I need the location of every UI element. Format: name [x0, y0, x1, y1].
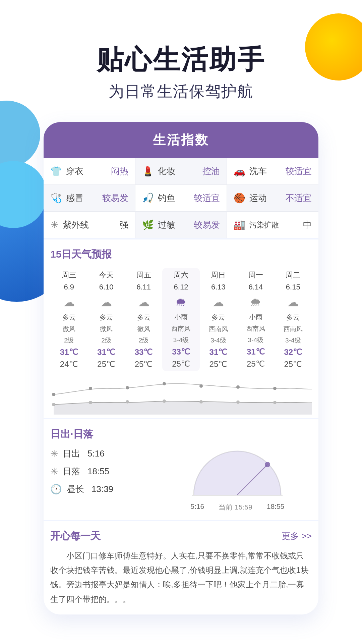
svg-point-2 [126, 386, 129, 389]
sunrise-times: 5:16 当前 15:59 18:55 [190, 502, 284, 512]
phone-card-wrapper: 生活指数 👕 穿衣 闷热 💄 化妆 控油 🚗 洗车 较适宜 🩺 [0, 122, 362, 614]
weather-col-5: 周一 6.14 🌧 小雨 西南风 3-4级 31℃ 25℃ [237, 268, 274, 371]
wwind-5: 西南风 [246, 324, 265, 333]
wlevel-5: 3-4级 [248, 336, 263, 344]
life-index-cell-sport: 🏀 运动 不适宜 [227, 185, 318, 211]
whigh-4: 31℃ [209, 347, 228, 357]
temp-chart [50, 374, 312, 415]
wdate-2: 6.11 [136, 283, 151, 291]
time-start: 5:16 [190, 502, 204, 512]
forecast-section: 15日天气预报 周三 6.9 ☁ 多云 微风 2级 31℃ 24℃ 今天 6.1… [44, 239, 318, 418]
svg-point-10 [163, 399, 166, 403]
wlow-5: 25℃ [247, 359, 265, 369]
svg-point-11 [199, 400, 203, 404]
pollution-icon: 🏭 [234, 219, 245, 230]
sunset-icon: ✳ [50, 466, 58, 477]
wicon-2: ☁ [138, 296, 149, 309]
wicon-4: ☁ [213, 296, 224, 309]
svg-point-1 [89, 387, 92, 390]
wwind-1: 微风 [100, 325, 113, 333]
wicon-6: ☁ [287, 296, 299, 309]
wwind-0: 微风 [63, 325, 75, 333]
wlow-3: 25℃ [172, 359, 190, 369]
wdate-0: 6.9 [64, 283, 74, 291]
duration-icon: 🕐 [50, 484, 62, 495]
svg-point-6 [273, 387, 277, 390]
cold-label: 感冒 [66, 192, 83, 204]
wlow-2: 25℃ [135, 360, 153, 369]
sunrise-info: ✳ 日出 5:16 ✳ 日落 18:55 🕐 昼长 13:39 [50, 448, 157, 501]
uv-icon: ☀ [50, 219, 59, 230]
hero-subtitle: 为日常生活保驾护航 [0, 81, 362, 102]
low-temp-area [54, 401, 312, 415]
time-current: 当前 15:59 [219, 502, 252, 512]
life-index-cell-makeup: 💄 化妆 控油 [135, 158, 227, 184]
svg-point-15 [265, 462, 270, 467]
high-temp-line [54, 384, 312, 394]
life-index-grid: 👕 穿衣 闷热 💄 化妆 控油 🚗 洗车 较适宜 🩺 感冒 较易发 🎣 [44, 158, 318, 238]
joy-section: 开心每一天 更多 >> 小区门口修车师傅生意特好。人实在,只要不换零件,常常不收… [44, 521, 318, 614]
sunrise-row: ✳ 日出 5:16 [50, 448, 157, 460]
wicon-1: ☁ [101, 296, 112, 309]
life-index-header: 生活指数 [44, 122, 318, 158]
sunset-label: 日落 [63, 466, 80, 477]
carwash-label: 洗车 [249, 165, 267, 177]
sunset-value: 18:55 [87, 466, 109, 477]
wdate-3: 6.12 [174, 283, 188, 291]
wdesc-0: 多云 [62, 313, 76, 322]
fishing-label: 钓鱼 [158, 192, 175, 204]
hero-title: 贴心生活助手 [0, 44, 362, 76]
weather-col-3: 周六 6.12 🌧 小雨 西南风 3-4级 33℃ 25℃ [162, 268, 199, 371]
sunrise-section: 日出·日落 ✳ 日出 5:16 ✳ 日落 18:55 🕐 昼长 [44, 419, 318, 520]
wdesc-4: 多云 [212, 313, 225, 322]
fishing-value: 较适宜 [194, 192, 220, 204]
wdate-6: 6.15 [286, 283, 300, 291]
life-index-cell-fishing: 🎣 钓鱼 较适宜 [135, 185, 227, 211]
wday-1: 今天 [99, 270, 114, 280]
cold-value: 较易发 [102, 192, 128, 204]
wday-4: 周日 [211, 270, 226, 280]
clothes-icon: 👕 [50, 166, 62, 177]
sunset-row: ✳ 日落 18:55 [50, 466, 157, 477]
uv-value: 强 [120, 219, 128, 231]
wlevel-6: 3-4级 [285, 336, 301, 345]
allergy-icon: 🌿 [142, 219, 154, 230]
duration-label: 昼长 [67, 483, 84, 495]
sunrise-content: ✳ 日出 5:16 ✳ 日落 18:55 🕐 昼长 13:39 [50, 448, 312, 512]
sunrise-icon: ✳ [50, 448, 58, 459]
phone-card: 生活指数 👕 穿衣 闷热 💄 化妆 控油 🚗 洗车 较适宜 🩺 [44, 122, 318, 614]
makeup-icon: 💄 [142, 166, 154, 177]
wdesc-5: 小雨 [249, 313, 262, 322]
clothes-value: 闷热 [111, 165, 128, 177]
wlow-0: 24℃ [60, 360, 78, 369]
svg-point-0 [52, 393, 55, 396]
whigh-1: 31℃ [97, 347, 115, 357]
svg-point-12 [236, 400, 240, 404]
wlevel-0: 2级 [64, 336, 74, 345]
wdate-1: 6.10 [99, 283, 114, 291]
joy-more[interactable]: 更多 >> [282, 530, 312, 542]
life-index-cell-cold: 🩺 感冒 较易发 [44, 185, 135, 211]
duration-value: 13:39 [92, 484, 113, 494]
weather-col-2: 周五 6.11 ☁ 多云 微风 2级 33℃ 25℃ [125, 268, 162, 371]
weather-columns: 周三 6.9 ☁ 多云 微风 2级 31℃ 24℃ 今天 6.10 ☁ 多云 微… [50, 268, 312, 371]
carwash-icon: 🚗 [234, 166, 245, 177]
weather-col-4: 周日 6.13 ☁ 多云 西南风 3-4级 31℃ 25℃ [200, 268, 237, 371]
pollution-value: 中 [303, 219, 312, 231]
carwash-value: 较适宜 [286, 165, 312, 177]
hero-section: 贴心生活助手 为日常生活保驾护航 [0, 0, 362, 122]
sunrise-label: 日出 [63, 448, 80, 460]
clothes-label: 穿衣 [66, 165, 83, 177]
joy-header: 开心每一天 更多 >> [50, 529, 312, 543]
wicon-5: 🌧 [250, 296, 261, 309]
svg-point-8 [89, 401, 92, 404]
wdesc-6: 多云 [286, 313, 300, 322]
life-index-cell-pollution: 🏭 污染扩散 中 [227, 212, 318, 238]
uv-label: 紫外线 [63, 219, 89, 231]
sunrise-arc-svg [190, 448, 284, 500]
wdesc-3: 小雨 [174, 313, 188, 322]
sport-icon: 🏀 [234, 193, 245, 204]
whigh-6: 32℃ [284, 347, 302, 357]
wdesc-2: 多云 [137, 313, 150, 322]
sunrise-value: 5:16 [87, 448, 105, 459]
